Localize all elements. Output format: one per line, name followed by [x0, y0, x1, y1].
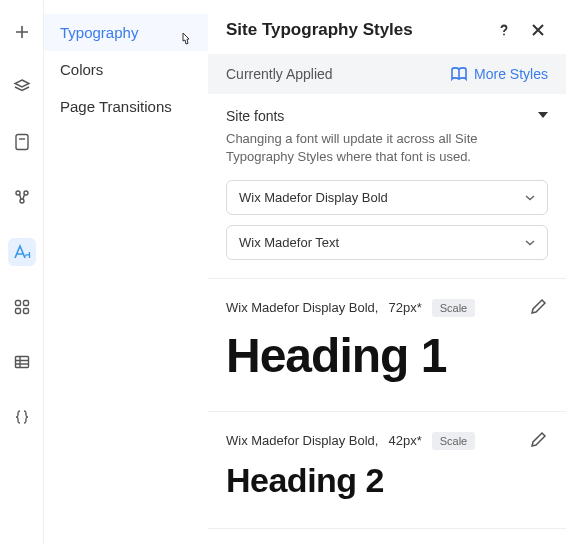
- rail-layers[interactable]: [8, 73, 36, 101]
- heading-1-sample: Heading 1: [226, 328, 548, 383]
- rail-table[interactable]: [8, 348, 36, 376]
- rail-page[interactable]: [8, 128, 36, 156]
- svg-point-3: [20, 199, 24, 203]
- page-icon: [14, 133, 30, 151]
- plus-icon: [14, 24, 30, 40]
- font-select-value: Wix Madefor Text: [239, 235, 339, 250]
- chevron-down-icon: [525, 240, 535, 246]
- panel-header: Site Typography Styles: [208, 0, 566, 54]
- font-select-2[interactable]: Wix Madefor Text: [226, 225, 548, 260]
- sidebar-item-page-transitions[interactable]: Page Transitions: [44, 88, 208, 125]
- rail-apps[interactable]: [8, 293, 36, 321]
- currently-applied-label: Currently Applied: [226, 66, 333, 82]
- site-fonts-toggle[interactable]: Site fonts: [226, 108, 548, 130]
- typography-icon: [13, 243, 31, 261]
- help-icon: [497, 23, 511, 37]
- chevron-down-icon: [525, 195, 535, 201]
- share-icon: [13, 188, 31, 206]
- heading-2-sample: Heading 2: [226, 461, 548, 500]
- book-icon: [450, 67, 468, 81]
- icon-rail: [0, 0, 44, 544]
- svg-point-9: [503, 34, 505, 36]
- help-button[interactable]: [494, 20, 514, 40]
- svg-rect-8: [15, 357, 28, 368]
- style-size: 42px*: [388, 433, 421, 448]
- style-row-heading-1: Wix Madefor Display Bold, 72px* Scale He…: [208, 279, 566, 412]
- svg-rect-7: [23, 309, 28, 314]
- table-icon: [14, 354, 30, 370]
- scale-badge: Scale: [432, 432, 476, 450]
- grid-icon: [14, 299, 30, 315]
- caret-down-icon: [538, 112, 548, 120]
- svg-rect-0: [16, 135, 28, 150]
- svg-rect-5: [23, 301, 28, 306]
- close-button[interactable]: [528, 20, 548, 40]
- pencil-icon: [530, 297, 548, 315]
- svg-rect-6: [15, 309, 20, 314]
- site-fonts-desc: Changing a font will update it across al…: [226, 130, 548, 180]
- rail-code[interactable]: [8, 403, 36, 431]
- style-font: Wix Madefor Display Bold,: [226, 300, 378, 315]
- svg-point-1: [16, 191, 20, 195]
- panel-title: Site Typography Styles: [226, 20, 413, 40]
- svg-rect-4: [15, 301, 20, 306]
- braces-icon: [14, 409, 30, 425]
- close-icon: [531, 23, 545, 37]
- style-font: Wix Madefor Display Bold,: [226, 433, 378, 448]
- site-fonts-title: Site fonts: [226, 108, 284, 124]
- font-select-value: Wix Madefor Display Bold: [239, 190, 388, 205]
- settings-sidebar: Typography Colors Page Transitions: [44, 0, 208, 544]
- edit-style-button[interactable]: [530, 430, 548, 451]
- edit-style-button[interactable]: [530, 297, 548, 318]
- site-fonts-section: Site fonts Changing a font will update i…: [208, 94, 566, 279]
- pencil-icon: [530, 430, 548, 448]
- font-select-1[interactable]: Wix Madefor Display Bold: [226, 180, 548, 215]
- rail-add[interactable]: [8, 18, 36, 46]
- applied-bar: Currently Applied More Styles: [208, 54, 566, 94]
- rail-typography[interactable]: [8, 238, 36, 266]
- style-row-heading-2: Wix Madefor Display Bold, 42px* Scale He…: [208, 412, 566, 529]
- pointer-cursor-icon: [178, 32, 194, 53]
- sidebar-item-typography[interactable]: Typography: [44, 14, 208, 51]
- scale-badge: Scale: [432, 299, 476, 317]
- rail-share[interactable]: [8, 183, 36, 211]
- sidebar-item-label: Page Transitions: [60, 98, 172, 115]
- sidebar-item-label: Typography: [60, 24, 138, 41]
- more-styles-button[interactable]: More Styles: [450, 66, 548, 82]
- layers-icon: [13, 78, 31, 96]
- sidebar-item-label: Colors: [60, 61, 103, 78]
- typography-panel: Site Typography Styles Currently Applied…: [208, 0, 566, 544]
- svg-point-2: [24, 191, 28, 195]
- style-size: 72px*: [388, 300, 421, 315]
- more-styles-label: More Styles: [474, 66, 548, 82]
- sidebar-item-colors[interactable]: Colors: [44, 51, 208, 88]
